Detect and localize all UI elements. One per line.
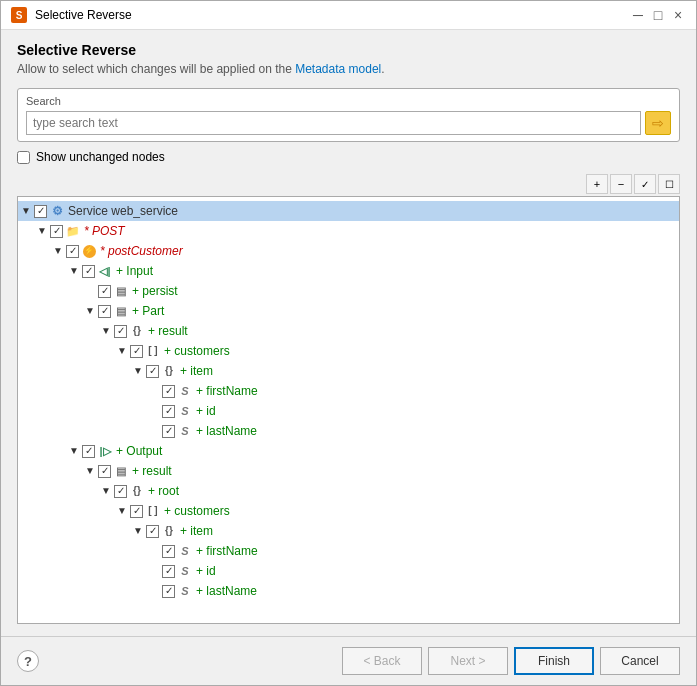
- title-bar-controls: ─ □ ×: [630, 7, 686, 23]
- expand-icon[interactable]: ▼: [66, 443, 82, 459]
- collapse-all-button[interactable]: −: [610, 174, 632, 194]
- expand-icon[interactable]: ▼: [98, 483, 114, 499]
- next-button[interactable]: Next >: [428, 647, 508, 675]
- metadata-link[interactable]: Metadata model: [295, 62, 381, 76]
- app-icon: S: [11, 7, 27, 23]
- expand-icon[interactable]: ▼: [82, 303, 98, 319]
- dialog-subtitle: Allow to select which changes will be ap…: [17, 62, 680, 76]
- tree-checkbox[interactable]: [34, 205, 47, 218]
- check-all-button[interactable]: ✓: [634, 174, 656, 194]
- uncheck-all-button[interactable]: ☐: [658, 174, 680, 194]
- tree-toolbar: + − ✓ ☐: [17, 174, 680, 194]
- tree-checkbox[interactable]: [82, 445, 95, 458]
- tree-checkbox[interactable]: [146, 365, 159, 378]
- expand-icon[interactable]: ▼: [114, 343, 130, 359]
- node-label: * POST: [84, 222, 125, 240]
- tree-row[interactable]: ▼ {} + result: [18, 321, 679, 341]
- s-icon: S: [177, 403, 193, 419]
- title-bar-title: Selective Reverse: [35, 8, 132, 22]
- expand-icon[interactable]: ▼: [66, 263, 82, 279]
- close-button[interactable]: ×: [670, 7, 686, 23]
- tree-checkbox[interactable]: [162, 585, 175, 598]
- footer-left: ?: [17, 650, 39, 672]
- back-button[interactable]: < Back: [342, 647, 422, 675]
- tree-row[interactable]: ▼ ▤ + result: [18, 461, 679, 481]
- maximize-button[interactable]: □: [650, 7, 666, 23]
- s-icon: S: [177, 543, 193, 559]
- s-icon: S: [177, 563, 193, 579]
- help-button[interactable]: ?: [17, 650, 39, 672]
- service-icon: ⚙: [49, 203, 65, 219]
- search-button[interactable]: ⇨: [645, 111, 671, 135]
- tree-checkbox[interactable]: [162, 545, 175, 558]
- tree-checkbox[interactable]: [130, 505, 143, 518]
- tree-row[interactable]: ▼ ⚡ * postCustomer: [18, 241, 679, 261]
- brace-icon: {}: [129, 323, 145, 339]
- tree-row[interactable]: ▼ ◁| + Input: [18, 261, 679, 281]
- tree-row[interactable]: ▼ 📁 * POST: [18, 221, 679, 241]
- tree-checkbox[interactable]: [162, 565, 175, 578]
- node-label: + result: [132, 462, 172, 480]
- tree-checkbox[interactable]: [66, 245, 79, 258]
- show-unchanged-checkbox[interactable]: [17, 151, 30, 164]
- s-icon: S: [177, 383, 193, 399]
- expand-icon[interactable]: ▼: [114, 503, 130, 519]
- tree-checkbox[interactable]: [130, 345, 143, 358]
- tree-row[interactable]: ▼ [ ] + customers: [18, 341, 679, 361]
- expand-icon[interactable]: ▼: [130, 523, 146, 539]
- node-label: + customers: [164, 502, 230, 520]
- tree-row[interactable]: ▼ [ ] + customers: [18, 501, 679, 521]
- search-group: Search ⇨: [17, 88, 680, 142]
- cancel-button[interactable]: Cancel: [600, 647, 680, 675]
- node-label: + result: [148, 322, 188, 340]
- tree-checkbox[interactable]: [98, 285, 111, 298]
- node-label: + lastName: [196, 582, 257, 600]
- tree-row[interactable]: ▼ ▤ + Part: [18, 301, 679, 321]
- tree-checkbox[interactable]: [162, 405, 175, 418]
- tree-checkbox[interactable]: [146, 525, 159, 538]
- tree-checkbox[interactable]: [50, 225, 63, 238]
- brace-icon: {}: [161, 363, 177, 379]
- tree-row[interactable]: ▼ {} + item: [18, 521, 679, 541]
- search-input[interactable]: [26, 111, 641, 135]
- expand-icon[interactable]: ▼: [34, 223, 50, 239]
- expand-icon[interactable]: ▼: [130, 363, 146, 379]
- tree-row[interactable]: ▶ S + id: [18, 561, 679, 581]
- tree-row[interactable]: ▼ ⚙ Service web_service: [18, 201, 679, 221]
- show-unchanged-label: Show unchanged nodes: [36, 150, 165, 164]
- tree-row[interactable]: ▶ ▤ + persist: [18, 281, 679, 301]
- tree-row[interactable]: ▼ {} + item: [18, 361, 679, 381]
- node-label: Service web_service: [68, 202, 178, 220]
- expand-icon[interactable]: ▼: [50, 243, 66, 259]
- finish-button[interactable]: Finish: [514, 647, 594, 675]
- api-icon: ⚡: [81, 243, 97, 259]
- tree-row[interactable]: ▼ {} + root: [18, 481, 679, 501]
- tree-row[interactable]: ▶ S + lastName: [18, 421, 679, 441]
- expand-icon[interactable]: ▼: [18, 203, 34, 219]
- tree-checkbox[interactable]: [82, 265, 95, 278]
- tree-row[interactable]: ▶ S + firstName: [18, 541, 679, 561]
- input-icon: ◁|: [97, 263, 113, 279]
- tree-row[interactable]: ▶ S + id: [18, 401, 679, 421]
- tree-row[interactable]: ▶ S + lastName: [18, 581, 679, 601]
- tree-checkbox[interactable]: [98, 465, 111, 478]
- main-window: S Selective Reverse ─ □ × Selective Reve…: [0, 0, 697, 686]
- node-label: * postCustomer: [100, 242, 183, 260]
- expand-icon[interactable]: ▶: [82, 283, 98, 299]
- expand-icon[interactable]: ▼: [82, 463, 98, 479]
- tree-checkbox[interactable]: [98, 305, 111, 318]
- tree-checkbox[interactable]: [114, 485, 127, 498]
- brace-icon: {}: [129, 483, 145, 499]
- output-icon: |▷: [97, 443, 113, 459]
- expand-icon[interactable]: ▼: [98, 323, 114, 339]
- minimize-button[interactable]: ─: [630, 7, 646, 23]
- node-label: + Output: [116, 442, 162, 460]
- tree-row[interactable]: ▶ S + firstName: [18, 381, 679, 401]
- tree-checkbox[interactable]: [114, 325, 127, 338]
- part-icon: ▤: [113, 283, 129, 299]
- expand-all-button[interactable]: +: [586, 174, 608, 194]
- tree-checkbox[interactable]: [162, 425, 175, 438]
- dialog-title: Selective Reverse: [17, 42, 680, 58]
- tree-checkbox[interactable]: [162, 385, 175, 398]
- tree-row[interactable]: ▼ |▷ + Output: [18, 441, 679, 461]
